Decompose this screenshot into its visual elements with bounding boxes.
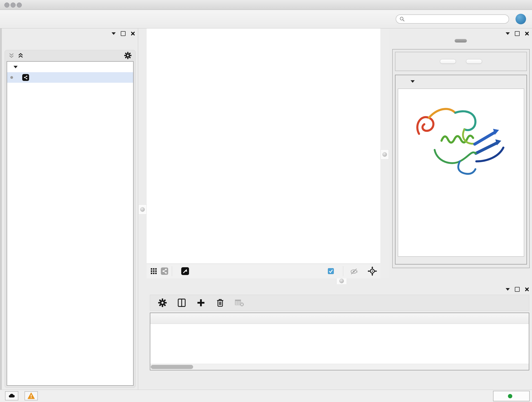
memory-button[interactable] [493, 391, 530, 401]
close-panel-icon[interactable] [525, 287, 529, 291]
cloud-status-button[interactable] [5, 391, 18, 400]
network-view-toolbar [147, 264, 380, 279]
collapse-all-icon[interactable] [8, 53, 14, 58]
search-input[interactable] [407, 15, 505, 23]
node-table[interactable] [150, 313, 529, 370]
gene-entry [395, 75, 527, 264]
left-splitter[interactable] [138, 28, 147, 390]
close-panel-icon[interactable] [525, 32, 529, 36]
horizontal-splitter[interactable] [147, 278, 532, 284]
collapse-all-button[interactable] [466, 59, 482, 64]
selected-checkbox-icon[interactable] [328, 268, 334, 274]
network-collection-row[interactable] [7, 62, 133, 72]
right-splitter[interactable] [380, 28, 390, 278]
tab-string[interactable] [455, 39, 467, 43]
results-panel [389, 28, 532, 278]
network-icon [22, 74, 29, 81]
search-box[interactable] [396, 14, 509, 24]
delete-column-icon[interactable] [215, 298, 225, 307]
network-options-gear-icon[interactable] [124, 51, 132, 59]
table-header-row [150, 313, 529, 324]
gene-entry-header[interactable] [395, 75, 526, 88]
scrollbar-thumb[interactable] [151, 365, 193, 369]
collapse-entry-icon[interactable] [411, 80, 415, 83]
help-button[interactable] [515, 14, 526, 24]
view-indicator-dot [10, 76, 13, 79]
show-columns-icon[interactable] [177, 298, 186, 307]
control-panel [2, 28, 138, 390]
panel-menu-icon[interactable] [112, 32, 116, 35]
toolbar-separator [343, 266, 343, 276]
cloud-icon [8, 392, 15, 400]
float-panel-icon[interactable] [515, 287, 520, 292]
network-row-selected[interactable] [7, 72, 133, 83]
splitter-grip[interactable] [138, 204, 147, 215]
main-toolbar [0, 10, 532, 28]
grid-view-icon[interactable] [150, 268, 157, 274]
horizontal-scrollbar[interactable] [150, 364, 529, 370]
protein-structure-image [407, 93, 515, 191]
network-view-icon[interactable] [161, 268, 168, 275]
expand-all-icon[interactable] [18, 53, 24, 58]
network-list [7, 61, 133, 386]
float-panel-icon[interactable] [515, 31, 520, 36]
network-canvas[interactable] [147, 28, 380, 264]
warning-icon [27, 392, 35, 400]
close-panel-icon[interactable] [131, 32, 135, 36]
network-tab-content [5, 50, 136, 388]
add-column-icon[interactable] [196, 298, 206, 307]
tree-expand-icon[interactable] [13, 66, 18, 68]
birds-eye-icon[interactable] [367, 266, 377, 276]
toolbar-separator [172, 266, 172, 276]
status-bar [0, 390, 532, 402]
memory-status-dot [508, 394, 512, 398]
table-panel [147, 284, 532, 390]
window-title [0, 0, 532, 10]
table-toolbar [150, 295, 529, 311]
delete-table-icon [235, 298, 244, 307]
title-bar [0, 0, 532, 10]
float-panel-icon[interactable] [121, 31, 126, 36]
hidden-eye-icon [350, 268, 358, 275]
network-view-panel [147, 28, 380, 278]
detach-view-icon[interactable] [181, 267, 189, 275]
search-icon [399, 16, 405, 22]
string-results-content [392, 49, 530, 268]
table-options-gear-icon[interactable] [158, 298, 167, 307]
expand-all-button[interactable] [440, 59, 456, 64]
panel-menu-icon[interactable] [506, 288, 510, 291]
warning-status-button[interactable] [25, 391, 38, 400]
splitter-grip[interactable] [380, 149, 389, 160]
panel-menu-icon[interactable] [506, 32, 510, 35]
tree-collapse-controls [8, 53, 24, 58]
